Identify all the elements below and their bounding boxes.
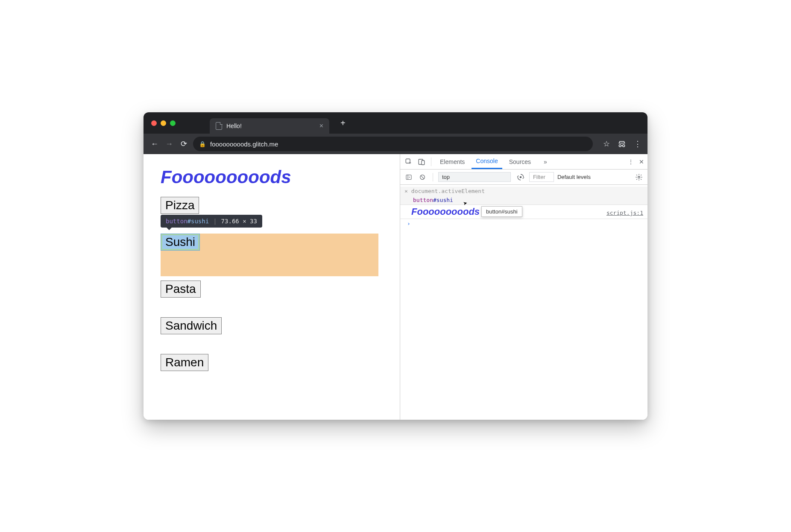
tooltip-id: #sushi (187, 218, 209, 225)
food-list: Pizza button#sushi | 73.66 × 33 Sushi (161, 197, 383, 391)
devtools-panel: Elements Console Sources » ⋮ ✕ top ▼ (400, 154, 647, 420)
tab-elements[interactable]: Elements (436, 154, 469, 169)
window-close-button[interactable] (151, 120, 157, 126)
tab-close-button[interactable]: × (319, 122, 323, 130)
eager-close-button[interactable]: × (404, 188, 408, 194)
toolbar-right: ☆ ⋮ (603, 139, 642, 149)
content-split: Fooooooooods Pizza button#sushi | 73.66 … (144, 154, 647, 420)
eager-result-row[interactable]: button#sushi (400, 196, 647, 205)
browser-window: Hello! × + ← → ⟳ 🔒 fooooooooods.glitch.m… (144, 112, 647, 420)
bookmark-star-button[interactable]: ☆ (603, 139, 610, 149)
new-tab-button[interactable]: + (340, 118, 346, 128)
tooltip-separator: | (213, 218, 217, 225)
browser-tab[interactable]: Hello! × (210, 118, 329, 134)
browser-toolbar: ← → ⟳ 🔒 fooooooooods.glitch.me ☆ ⋮ (144, 134, 647, 154)
sushi-button[interactable]: Sushi (161, 234, 200, 251)
browser-menu-button[interactable]: ⋮ (634, 139, 642, 149)
clear-console-icon[interactable] (417, 172, 428, 182)
eager-expression: document.activeElement (411, 188, 485, 194)
tab-more-button[interactable]: » (539, 154, 551, 169)
eager-eval-row: × document.activeElement (400, 187, 647, 196)
filter-input[interactable]: Filter (529, 172, 554, 182)
food-item-sushi: button#sushi | 73.66 × 33 Sushi (161, 234, 383, 276)
tab-sources[interactable]: Sources (505, 154, 535, 169)
pizza-button[interactable]: Pizza (161, 197, 199, 214)
svg-point-6 (638, 176, 640, 178)
result-tag: button (413, 197, 433, 203)
food-item-pizza: Pizza (161, 197, 383, 214)
tooltip-tag: button (166, 218, 187, 225)
titlebar: Hello! × + (144, 112, 647, 134)
tab-console[interactable]: Console (472, 154, 502, 169)
console-log-row: Fooooooooods script.js:1 (400, 205, 647, 219)
margin-highlight: Sushi (161, 234, 378, 276)
food-item-ramen: Ramen (161, 354, 383, 371)
document-icon (216, 122, 222, 130)
sandwich-button[interactable]: Sandwich (161, 317, 222, 334)
svg-rect-3 (406, 175, 411, 179)
inspector-tooltip: button#sushi | 73.66 × 33 (161, 215, 262, 228)
device-toggle-icon[interactable] (416, 157, 427, 167)
incognito-icon (618, 140, 626, 148)
result-id: #sushi (433, 197, 453, 203)
console-body: × document.activeElement button#sushi Fo… (400, 185, 647, 420)
reload-button[interactable]: ⟳ (179, 139, 189, 149)
traffic-lights (151, 120, 176, 126)
console-sidebar-toggle-icon[interactable] (404, 172, 414, 182)
food-item-pasta: Pasta (161, 281, 383, 298)
svg-point-5 (520, 176, 522, 178)
devtools-tabbar: Elements Console Sources » ⋮ ✕ (400, 154, 647, 170)
devtools-menu-button[interactable]: ⋮ (628, 158, 634, 165)
address-bar[interactable]: 🔒 fooooooooods.glitch.me (193, 137, 593, 151)
prompt-caret-icon: › (404, 220, 410, 227)
live-expression-icon[interactable] (516, 172, 526, 182)
console-prompt-row[interactable]: › (400, 219, 647, 228)
context-selector[interactable]: top (438, 172, 511, 182)
ramen-button[interactable]: Ramen (161, 354, 208, 371)
console-log-value: Fooooooooods (404, 206, 480, 217)
web-page: Fooooooooods Pizza button#sushi | 73.66 … (144, 154, 400, 420)
inspect-element-icon[interactable] (404, 157, 414, 167)
svg-rect-2 (422, 161, 425, 165)
url-text: fooooooooods.glitch.me (210, 140, 278, 148)
console-toolbar: top ▼ Filter Default levels (400, 170, 647, 185)
page-title: Fooooooooods (161, 167, 383, 187)
source-link[interactable]: script.js:1 (606, 210, 643, 216)
devtools-close-button[interactable]: ✕ (639, 158, 644, 165)
tab-title: Hello! (226, 123, 242, 129)
food-item-sandwich: Sandwich (161, 317, 383, 334)
window-zoom-button[interactable] (170, 120, 176, 126)
window-minimize-button[interactable] (161, 120, 166, 126)
log-levels-selector[interactable]: Default levels (557, 174, 591, 180)
console-settings-icon[interactable] (634, 172, 644, 182)
lock-icon: 🔒 (199, 141, 206, 147)
tooltip-dimensions: 73.66 × 33 (221, 218, 257, 225)
forward-button[interactable]: → (164, 140, 174, 149)
back-button[interactable]: ← (149, 140, 160, 149)
hover-tooltip: button#sushi (481, 206, 522, 217)
pasta-button[interactable]: Pasta (161, 281, 201, 298)
